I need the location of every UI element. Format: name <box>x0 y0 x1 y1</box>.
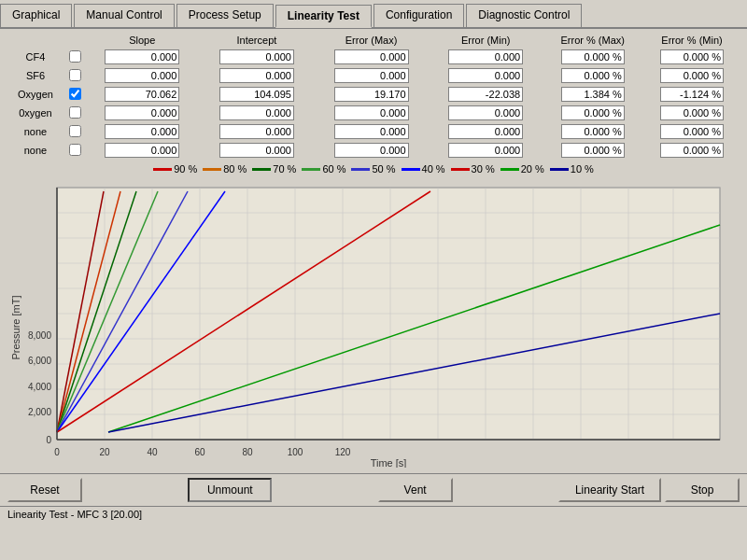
tab-linearity-test[interactable]: Linearity Test <box>275 5 372 28</box>
row-label-4: none <box>6 122 65 141</box>
svg-text:2,000: 2,000 <box>28 407 51 417</box>
input-slope-1[interactable] <box>105 68 179 83</box>
cell-errmax-5 <box>314 141 429 160</box>
svg-text:4,000: 4,000 <box>28 382 51 392</box>
input-intercept-0[interactable] <box>219 49 294 64</box>
table-row: 0xygen <box>6 104 741 122</box>
tab-configuration[interactable]: Configuration <box>374 4 464 27</box>
input-errmin-1[interactable] <box>448 68 523 83</box>
input-errmax-0[interactable] <box>334 49 409 64</box>
row-label-0: CF4 <box>6 48 65 66</box>
table-row: Oxygen <box>6 85 741 104</box>
input-slope-4[interactable] <box>105 124 179 139</box>
cell-errpctmin-5 <box>642 141 741 160</box>
input-intercept-2[interactable] <box>219 87 294 102</box>
cell-intercept-5 <box>200 141 315 160</box>
svg-text:20: 20 <box>99 447 110 457</box>
legend-item: 10 % <box>550 163 594 175</box>
legend-label: 70 % <box>273 163 296 175</box>
legend-color <box>550 168 569 171</box>
input-errpctmax-0[interactable] <box>561 49 625 64</box>
cell-slope-2 <box>85 85 200 104</box>
row-checkbox-4[interactable] <box>65 122 85 141</box>
cell-slope-0 <box>85 48 200 66</box>
cell-errmax-0 <box>314 48 429 66</box>
input-errpctmax-4[interactable] <box>561 124 625 139</box>
input-intercept-1[interactable] <box>219 68 294 83</box>
legend-label: 80 % <box>223 163 247 175</box>
row-checkbox-5[interactable] <box>65 141 85 160</box>
input-errmin-3[interactable] <box>448 105 523 120</box>
input-slope-2[interactable] <box>105 87 179 102</box>
cell-intercept-3 <box>200 104 315 122</box>
legend-item: 50 % <box>351 163 395 175</box>
legend-label: 20 % <box>521 163 544 175</box>
input-slope-5[interactable] <box>105 143 179 158</box>
legend-label: 90 % <box>174 163 197 175</box>
cell-intercept-1 <box>200 66 315 85</box>
input-errpctmin-1[interactable] <box>660 68 724 83</box>
legend-label: 40 % <box>422 163 445 175</box>
legend-color <box>500 168 519 171</box>
input-slope-3[interactable] <box>105 105 179 120</box>
vent-button[interactable]: Vent <box>378 478 453 502</box>
row-checkbox-3[interactable] <box>65 104 85 122</box>
linearity-start-button[interactable]: Linearity Start <box>558 478 661 502</box>
input-errpctmax-5[interactable] <box>561 143 625 158</box>
chart-container: 0 2,000 4,000 6,000 8,000 0 20 40 60 80 … <box>6 176 741 469</box>
row-checkbox-2[interactable] <box>65 85 85 104</box>
input-errpctmin-0[interactable] <box>660 49 724 64</box>
row-checkbox-1[interactable] <box>65 66 85 85</box>
svg-text:8,000: 8,000 <box>28 330 51 341</box>
cell-errpctmin-3 <box>642 104 741 122</box>
input-errpctmin-4[interactable] <box>660 124 724 139</box>
input-slope-0[interactable] <box>105 49 179 64</box>
cell-intercept-0 <box>200 48 315 66</box>
input-errpctmin-5[interactable] <box>660 143 724 158</box>
input-errmin-0[interactable] <box>448 49 523 64</box>
data-table: Slope Intercept Error (Max) Error (Min) … <box>6 33 741 160</box>
legend-color <box>302 168 320 171</box>
tab-manual-control[interactable]: Manual Control <box>74 4 174 27</box>
svg-text:80: 80 <box>242 447 253 457</box>
cell-errmin-4 <box>429 122 543 141</box>
stop-button[interactable]: Stop <box>665 478 740 502</box>
input-errpctmax-1[interactable] <box>561 68 625 83</box>
cell-errpctmax-0 <box>543 48 642 66</box>
cell-slope-4 <box>85 122 200 141</box>
input-errmax-2[interactable] <box>334 87 409 102</box>
row-label-2: Oxygen <box>6 85 65 104</box>
input-errmax-3[interactable] <box>334 105 409 120</box>
input-errpctmax-2[interactable] <box>561 87 625 102</box>
tab-process-setup[interactable]: Process Setup <box>176 4 274 27</box>
input-errpctmin-2[interactable] <box>660 87 724 102</box>
unmount-button[interactable]: Unmount <box>188 478 272 502</box>
input-errmax-1[interactable] <box>334 68 409 83</box>
col-error-max: Error (Max) <box>314 33 429 48</box>
cell-errmax-3 <box>314 104 429 122</box>
cell-intercept-4 <box>200 122 315 141</box>
row-label-3: 0xygen <box>6 104 65 122</box>
input-errmin-2[interactable] <box>448 87 523 102</box>
tab-graphical[interactable]: Graphical <box>0 4 72 27</box>
input-errmax-5[interactable] <box>334 143 409 158</box>
input-intercept-4[interactable] <box>219 124 294 139</box>
legend-label: 50 % <box>372 163 395 175</box>
input-errmin-5[interactable] <box>448 143 523 158</box>
cell-errpctmin-1 <box>642 66 741 85</box>
tab-diagnostic-control[interactable]: Diagnostic Control <box>466 4 582 27</box>
svg-text:Time [s]: Time [s] <box>371 457 407 468</box>
row-checkbox-0[interactable] <box>65 48 85 66</box>
input-errmin-4[interactable] <box>448 124 523 139</box>
input-intercept-5[interactable] <box>219 143 294 158</box>
legend-color <box>153 168 172 171</box>
table-row: none <box>6 122 741 141</box>
table-row: none <box>6 141 741 160</box>
input-errmax-4[interactable] <box>334 124 409 139</box>
reset-button[interactable]: Reset <box>7 478 82 502</box>
legend-item: 90 % <box>153 163 197 175</box>
cell-errmin-0 <box>429 48 543 66</box>
input-intercept-3[interactable] <box>219 105 294 120</box>
input-errpctmin-3[interactable] <box>660 105 724 120</box>
input-errpctmax-3[interactable] <box>561 105 625 120</box>
